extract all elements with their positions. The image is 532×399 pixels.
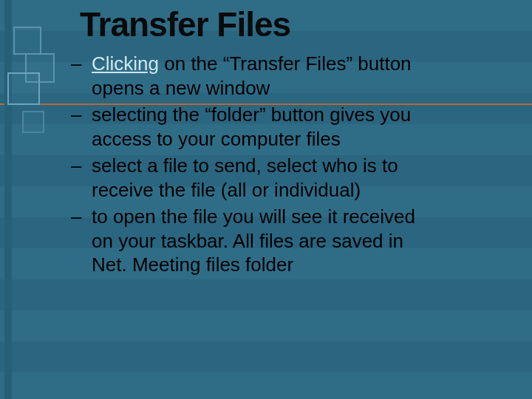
- deco-square-icon: [13, 27, 41, 55]
- deco-square-icon: [22, 111, 44, 133]
- bullet-text: selecting the “folder” button gives you …: [92, 103, 411, 150]
- bullet-item: – selecting the “folder” button gives yo…: [71, 103, 426, 151]
- clicking-link[interactable]: Clicking: [92, 52, 159, 75]
- slide-title: Transfer Files: [80, 4, 290, 44]
- bullet-dash: –: [71, 52, 81, 76]
- bullet-item: – Clicking on the “Transfer Files” butto…: [71, 52, 426, 100]
- deco-stripe: [4, 0, 12, 399]
- deco-square-icon: [7, 72, 40, 105]
- bullet-dash: –: [71, 154, 81, 178]
- bullet-item: – to open the file you will see it recei…: [71, 205, 426, 277]
- left-decoration: [0, 0, 53, 399]
- bullet-text: Clicking on the “Transfer Files” button …: [92, 52, 412, 99]
- bullet-dash: –: [71, 103, 81, 127]
- slide: Transfer Files – Clicking on the “Transf…: [0, 0, 532, 399]
- bullet-text: select a file to send, select who is to …: [92, 154, 398, 201]
- bullet-dash: –: [71, 205, 81, 229]
- slide-content: – Clicking on the “Transfer Files” butto…: [71, 52, 426, 280]
- bullet-text: to open the file you will see it receive…: [92, 205, 415, 276]
- bullet-item: – select a file to send, select who is t…: [71, 154, 426, 202]
